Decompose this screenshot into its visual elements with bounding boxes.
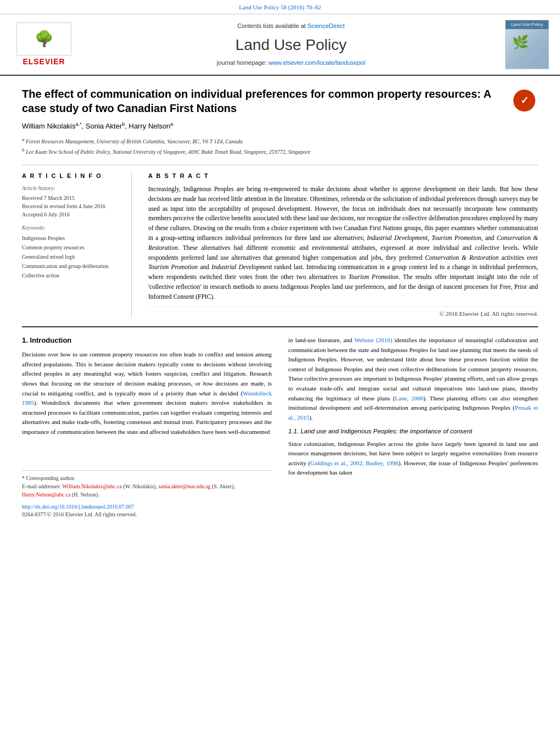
journal-title: Land Use Policy [77, 34, 505, 55]
journal-thumbnail: Land Use Policy [505, 20, 549, 69]
aff-b-text: Lee Kuan Yew School of Public Policy, Na… [26, 149, 311, 155]
copyright-line: © 2016 Elsevier Ltd. All rights reserved… [148, 306, 538, 318]
subsection1-1-heading: 1.1. Land use and Indigenous Peoples: th… [288, 427, 538, 436]
revised-date: Received in revised form 4 June 2016 [22, 202, 120, 210]
accepted-date: Accepted 6 July 2016 [22, 210, 120, 219]
author-c-sup: a [170, 121, 173, 127]
info-abstract-section: A R T I C L E I N F O Article history: R… [22, 165, 538, 319]
author-a-sup: a,* [76, 121, 82, 127]
journal-header: 🌳 ELSEVIER Contents lists available at S… [0, 14, 560, 76]
contents-text: Contents lists available at [237, 23, 307, 29]
abstract-text: Increasingly, Indigenous Peoples are bei… [148, 185, 538, 302]
doi-header-bar: Land Use Policy 58 (2016) 70–82 [0, 0, 560, 14]
body-col-left: 1. Introduction Decisions over how to us… [22, 336, 272, 518]
authors-line: William Nikolakisa,*, Sonia Akterb, Harr… [22, 121, 538, 132]
aff-b-label: b [22, 147, 25, 153]
email2-name: (S. Akter), [212, 483, 235, 489]
author-william: William Nikolakis [22, 122, 76, 131]
journal-thumb-title: Land Use Policy [506, 20, 548, 29]
page-wrapper: Land Use Policy 58 (2016) 70–82 🌳 ELSEVI… [0, 0, 560, 529]
abstract-header: A B S T R A C T [148, 172, 538, 180]
elsevier-logo: 🌳 ELSEVIER [11, 23, 77, 68]
homepage-line: journal homepage: www.elsevier.com/locat… [77, 59, 505, 67]
article-content: The effect of communication on individua… [0, 76, 560, 529]
body-two-col: 1. Introduction Decisions over how to us… [22, 336, 538, 518]
article-info-header: A R T I C L E I N F O [22, 172, 120, 180]
section1-para1: Decisions over how to use common propert… [22, 350, 272, 437]
keyword-1: Indigenous Peoples [22, 233, 120, 243]
email-footnote: E-mail addresses: William.Nikolakis@ubc.… [22, 482, 272, 499]
doi-link[interactable]: http://dx.doi.org/10.1016/j.landusepol.2… [22, 504, 134, 510]
affiliation-b: b Lee Kuan Yew School of Public Policy, … [22, 147, 538, 156]
aff-a-text: Forest Resources Management, University … [26, 138, 243, 144]
email3-name: (H. Nelson). [72, 492, 99, 498]
keywords-section: Keywords: Indigenous Peoples Common prop… [22, 224, 120, 280]
section1-para2: in land-use literature, and Webster (201… [288, 336, 538, 422]
keyword-4: Communication and group deliberation [22, 261, 120, 271]
received-date: Received 7 March 2015 [22, 194, 120, 202]
article-title-section: The effect of communication on individua… [22, 87, 538, 115]
elsevier-wordmark: ELSEVIER [23, 57, 65, 68]
prusak-link[interactable]: Prusak et al., 2015 [288, 404, 538, 421]
affiliation-a: a Forest Resources Management, Universit… [22, 136, 538, 146]
elsevier-tree-icon: 🌳 [35, 31, 54, 47]
email2-link[interactable]: sonia.akter@nus.edu.sg [159, 483, 211, 489]
keyword-2: Common property resources [22, 243, 120, 252]
keyword-3: Generalized mixed logit [22, 252, 120, 261]
article-history: Article history: Received 7 March 2015 R… [22, 185, 120, 219]
body-col-right: in land-use literature, and Webster (201… [288, 336, 538, 518]
contents-available-line: Contents lists available at ScienceDirec… [77, 22, 505, 30]
section1-heading: 1. Introduction [22, 336, 272, 345]
email1-link[interactable]: William.Nikolakis@ubc.ca [62, 483, 122, 489]
doi-text: Land Use Policy 58 (2016) 70–82 [239, 4, 321, 10]
issn-line: 0264-8377/© 2016 Elsevier Ltd. All right… [22, 511, 272, 518]
giddings-link[interactable]: Giddings et al., 2002; Bodley, 1998 [310, 460, 398, 466]
subsection1-1-para: Since colonization, Indigenous Peoples a… [288, 439, 538, 478]
journal-center: Contents lists available at ScienceDirec… [77, 22, 505, 67]
keyword-5: Collective action [22, 271, 120, 280]
lane-link[interactable]: Lane, 2006 [395, 395, 423, 401]
abstract-col: A B S T R A C T Increasingly, Indigenous… [148, 172, 538, 319]
section1-title: Introduction [30, 336, 71, 344]
homepage-text: journal homepage: [217, 59, 268, 66]
email1-name: (W. Nikolakis), [123, 483, 157, 489]
keywords-label: Keywords: [22, 224, 120, 232]
footnote-section: * Corresponding author. E-mail addresses… [22, 470, 272, 499]
aff-a-label: a [22, 137, 25, 142]
crossmark-icon: ✓ [513, 90, 535, 111]
section1-num: 1. [22, 336, 28, 344]
author-sonia: , Sonia Akter [82, 122, 122, 131]
crossmark-badge[interactable]: ✓ [511, 87, 538, 114]
article-title: The effect of communication on individua… [22, 87, 511, 115]
footnote-area: * Corresponding author. E-mail addresses… [22, 470, 272, 518]
webster-link[interactable]: Webster (2016) [354, 337, 392, 343]
corresponding-author-note: * Corresponding author. [22, 474, 272, 482]
email3-link[interactable]: Harry.Nelson@ubc.ca [22, 492, 71, 498]
article-info-col: A R T I C L E I N F O Article history: R… [22, 172, 132, 319]
journal-thumb-image [506, 29, 548, 69]
body-section: 1. Introduction Decisions over how to us… [22, 326, 538, 518]
article-history-label: Article history: [22, 185, 120, 192]
doi-section: http://dx.doi.org/10.1016/j.landusepol.2… [22, 503, 272, 511]
corresponding-label: * Corresponding author. [22, 475, 75, 481]
email-label: E-mail addresses: [22, 483, 61, 489]
elsevier-logo-image: 🌳 [16, 23, 71, 55]
homepage-url[interactable]: www.elsevier.com/locate/landusepol [268, 59, 365, 66]
author-harry: , Harry Nelson [125, 122, 170, 131]
wondolleck-link[interactable]: Wondolleck 1985 [22, 390, 272, 406]
sciencedirect-link[interactable]: ScienceDirect [307, 23, 345, 29]
affiliations: a Forest Resources Management, Universit… [22, 136, 538, 157]
